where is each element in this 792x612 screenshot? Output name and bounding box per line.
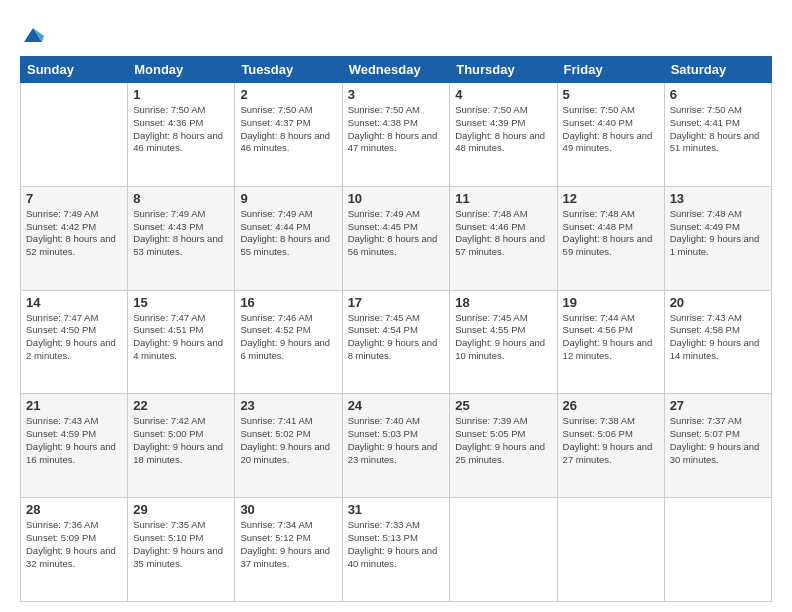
day-info: Sunrise: 7:43 AMSunset: 4:58 PMDaylight:… [670, 312, 766, 363]
day-info: Sunrise: 7:49 AMSunset: 4:43 PMDaylight:… [133, 208, 229, 259]
day-cell [21, 83, 128, 187]
day-cell: 4Sunrise: 7:50 AMSunset: 4:39 PMDaylight… [450, 83, 557, 187]
day-cell [557, 498, 664, 602]
day-cell: 18Sunrise: 7:45 AMSunset: 4:55 PMDayligh… [450, 290, 557, 394]
week-row-5: 28Sunrise: 7:36 AMSunset: 5:09 PMDayligh… [21, 498, 772, 602]
day-cell: 29Sunrise: 7:35 AMSunset: 5:10 PMDayligh… [128, 498, 235, 602]
day-info: Sunrise: 7:35 AMSunset: 5:10 PMDaylight:… [133, 519, 229, 570]
day-number: 12 [563, 191, 659, 206]
day-info: Sunrise: 7:39 AMSunset: 5:05 PMDaylight:… [455, 415, 551, 466]
week-row-2: 7Sunrise: 7:49 AMSunset: 4:42 PMDaylight… [21, 186, 772, 290]
day-cell: 19Sunrise: 7:44 AMSunset: 4:56 PMDayligh… [557, 290, 664, 394]
day-info: Sunrise: 7:36 AMSunset: 5:09 PMDaylight:… [26, 519, 122, 570]
weekday-header-row: SundayMondayTuesdayWednesdayThursdayFrid… [21, 57, 772, 83]
week-row-3: 14Sunrise: 7:47 AMSunset: 4:50 PMDayligh… [21, 290, 772, 394]
day-cell: 25Sunrise: 7:39 AMSunset: 5:05 PMDayligh… [450, 394, 557, 498]
week-row-4: 21Sunrise: 7:43 AMSunset: 4:59 PMDayligh… [21, 394, 772, 498]
header [20, 20, 772, 46]
day-cell: 26Sunrise: 7:38 AMSunset: 5:06 PMDayligh… [557, 394, 664, 498]
day-cell: 13Sunrise: 7:48 AMSunset: 4:49 PMDayligh… [664, 186, 771, 290]
day-cell: 6Sunrise: 7:50 AMSunset: 4:41 PMDaylight… [664, 83, 771, 187]
day-number: 30 [240, 502, 336, 517]
weekday-friday: Friday [557, 57, 664, 83]
day-info: Sunrise: 7:49 AMSunset: 4:45 PMDaylight:… [348, 208, 445, 259]
day-info: Sunrise: 7:50 AMSunset: 4:41 PMDaylight:… [670, 104, 766, 155]
day-info: Sunrise: 7:44 AMSunset: 4:56 PMDaylight:… [563, 312, 659, 363]
day-cell: 5Sunrise: 7:50 AMSunset: 4:40 PMDaylight… [557, 83, 664, 187]
day-number: 14 [26, 295, 122, 310]
day-info: Sunrise: 7:37 AMSunset: 5:07 PMDaylight:… [670, 415, 766, 466]
day-cell: 31Sunrise: 7:33 AMSunset: 5:13 PMDayligh… [342, 498, 450, 602]
day-number: 28 [26, 502, 122, 517]
weekday-sunday: Sunday [21, 57, 128, 83]
day-cell: 23Sunrise: 7:41 AMSunset: 5:02 PMDayligh… [235, 394, 342, 498]
day-info: Sunrise: 7:45 AMSunset: 4:55 PMDaylight:… [455, 312, 551, 363]
day-cell: 2Sunrise: 7:50 AMSunset: 4:37 PMDaylight… [235, 83, 342, 187]
day-number: 19 [563, 295, 659, 310]
day-cell [450, 498, 557, 602]
day-cell: 3Sunrise: 7:50 AMSunset: 4:38 PMDaylight… [342, 83, 450, 187]
day-cell: 1Sunrise: 7:50 AMSunset: 4:36 PMDaylight… [128, 83, 235, 187]
day-number: 8 [133, 191, 229, 206]
day-cell: 8Sunrise: 7:49 AMSunset: 4:43 PMDaylight… [128, 186, 235, 290]
day-number: 11 [455, 191, 551, 206]
day-cell: 20Sunrise: 7:43 AMSunset: 4:58 PMDayligh… [664, 290, 771, 394]
day-number: 15 [133, 295, 229, 310]
day-cell: 22Sunrise: 7:42 AMSunset: 5:00 PMDayligh… [128, 394, 235, 498]
day-info: Sunrise: 7:47 AMSunset: 4:51 PMDaylight:… [133, 312, 229, 363]
day-info: Sunrise: 7:50 AMSunset: 4:37 PMDaylight:… [240, 104, 336, 155]
day-number: 18 [455, 295, 551, 310]
day-number: 25 [455, 398, 551, 413]
day-number: 16 [240, 295, 336, 310]
weekday-monday: Monday [128, 57, 235, 83]
day-cell: 11Sunrise: 7:48 AMSunset: 4:46 PMDayligh… [450, 186, 557, 290]
day-info: Sunrise: 7:48 AMSunset: 4:46 PMDaylight:… [455, 208, 551, 259]
day-number: 29 [133, 502, 229, 517]
day-info: Sunrise: 7:33 AMSunset: 5:13 PMDaylight:… [348, 519, 445, 570]
day-cell: 27Sunrise: 7:37 AMSunset: 5:07 PMDayligh… [664, 394, 771, 498]
day-number: 5 [563, 87, 659, 102]
day-number: 17 [348, 295, 445, 310]
day-number: 22 [133, 398, 229, 413]
day-info: Sunrise: 7:50 AMSunset: 4:38 PMDaylight:… [348, 104, 445, 155]
day-info: Sunrise: 7:46 AMSunset: 4:52 PMDaylight:… [240, 312, 336, 363]
day-cell: 16Sunrise: 7:46 AMSunset: 4:52 PMDayligh… [235, 290, 342, 394]
logo [20, 24, 46, 46]
day-info: Sunrise: 7:49 AMSunset: 4:44 PMDaylight:… [240, 208, 336, 259]
day-info: Sunrise: 7:48 AMSunset: 4:49 PMDaylight:… [670, 208, 766, 259]
calendar-table: SundayMondayTuesdayWednesdayThursdayFrid… [20, 56, 772, 602]
day-cell [664, 498, 771, 602]
day-info: Sunrise: 7:41 AMSunset: 5:02 PMDaylight:… [240, 415, 336, 466]
day-info: Sunrise: 7:38 AMSunset: 5:06 PMDaylight:… [563, 415, 659, 466]
day-number: 31 [348, 502, 445, 517]
weekday-tuesday: Tuesday [235, 57, 342, 83]
day-number: 27 [670, 398, 766, 413]
day-number: 1 [133, 87, 229, 102]
day-info: Sunrise: 7:45 AMSunset: 4:54 PMDaylight:… [348, 312, 445, 363]
day-number: 20 [670, 295, 766, 310]
day-cell: 15Sunrise: 7:47 AMSunset: 4:51 PMDayligh… [128, 290, 235, 394]
day-number: 6 [670, 87, 766, 102]
weekday-thursday: Thursday [450, 57, 557, 83]
day-number: 4 [455, 87, 551, 102]
day-info: Sunrise: 7:50 AMSunset: 4:40 PMDaylight:… [563, 104, 659, 155]
logo-icon [22, 24, 44, 46]
day-info: Sunrise: 7:43 AMSunset: 4:59 PMDaylight:… [26, 415, 122, 466]
day-cell: 9Sunrise: 7:49 AMSunset: 4:44 PMDaylight… [235, 186, 342, 290]
day-number: 3 [348, 87, 445, 102]
day-number: 26 [563, 398, 659, 413]
day-info: Sunrise: 7:47 AMSunset: 4:50 PMDaylight:… [26, 312, 122, 363]
day-cell: 21Sunrise: 7:43 AMSunset: 4:59 PMDayligh… [21, 394, 128, 498]
day-number: 2 [240, 87, 336, 102]
day-cell: 24Sunrise: 7:40 AMSunset: 5:03 PMDayligh… [342, 394, 450, 498]
day-number: 24 [348, 398, 445, 413]
day-cell: 10Sunrise: 7:49 AMSunset: 4:45 PMDayligh… [342, 186, 450, 290]
day-info: Sunrise: 7:42 AMSunset: 5:00 PMDaylight:… [133, 415, 229, 466]
week-row-1: 1Sunrise: 7:50 AMSunset: 4:36 PMDaylight… [21, 83, 772, 187]
day-info: Sunrise: 7:48 AMSunset: 4:48 PMDaylight:… [563, 208, 659, 259]
weekday-wednesday: Wednesday [342, 57, 450, 83]
day-cell: 14Sunrise: 7:47 AMSunset: 4:50 PMDayligh… [21, 290, 128, 394]
day-info: Sunrise: 7:40 AMSunset: 5:03 PMDaylight:… [348, 415, 445, 466]
day-info: Sunrise: 7:50 AMSunset: 4:39 PMDaylight:… [455, 104, 551, 155]
day-cell: 7Sunrise: 7:49 AMSunset: 4:42 PMDaylight… [21, 186, 128, 290]
